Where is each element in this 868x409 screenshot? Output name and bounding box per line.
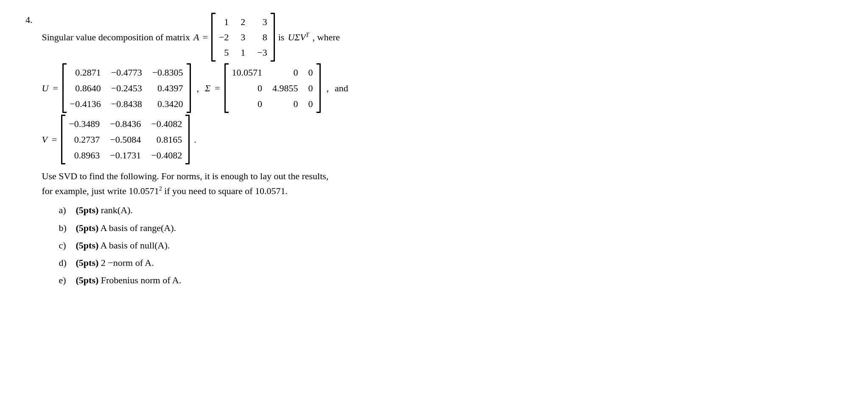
instructions-line2: for example, just write 10.0571 [42, 186, 159, 196]
matrix-cell: 0 [308, 96, 314, 111]
matrix-cell: −0.8305 [151, 65, 184, 80]
matrix-cell: −3 [256, 45, 268, 60]
V-label: V [42, 133, 48, 147]
matrix-cell: −0.4773 [110, 65, 143, 80]
sub-label-c: c) [59, 238, 76, 253]
equals-sign: = [202, 30, 207, 44]
matrix-cell: 5 [218, 45, 230, 60]
matrix-cell: 0.2871 [69, 65, 102, 80]
A-matrix: 1 2 3 −2 3 8 5 1 −3 [211, 13, 275, 62]
matrix-cell: 0.8165 [150, 132, 183, 147]
problem-number: 4. [25, 13, 33, 27]
and-text: and [335, 81, 348, 95]
matrix-cell: 8 [256, 30, 268, 45]
A-label: A [193, 30, 199, 44]
matrix-cell: 0.4397 [151, 81, 184, 96]
period: . [194, 133, 196, 147]
intro-text: Singular value decomposition of matrix [42, 30, 190, 44]
sub-item-d: d) (5pts) 2 −norm of A. [59, 255, 348, 270]
matrix-cell: 3 [256, 14, 268, 29]
matrix-cell: −0.4136 [69, 96, 102, 111]
comma-1: , [197, 81, 199, 95]
sub-item-b: b) (5pts) A basis of range(A). [59, 220, 348, 235]
instructions-sup: 2 [159, 186, 162, 192]
V-equals: = [52, 133, 57, 147]
U-equals: = [53, 81, 58, 95]
sub-text-e: (5pts) Frobenius norm of A. [76, 273, 182, 288]
matrix-cell: 0.3420 [151, 96, 184, 111]
where-text: , where [313, 30, 340, 44]
sub-text-a: (5pts) rank(A). [76, 203, 133, 217]
sub-items-list: a) (5pts) rank(A). b) (5pts) A basis of … [42, 203, 348, 290]
problem-header: 4. Singular value decomposition of matri… [25, 13, 832, 290]
matrix-cell: 0.8640 [69, 81, 102, 96]
matrix-cell: 0 [308, 81, 314, 96]
sub-label-b: b) [59, 220, 76, 235]
matrix-cell: 0.2737 [68, 132, 101, 147]
sub-item-e: e) (5pts) Frobenius norm of A. [59, 273, 348, 288]
sub-text-b: (5pts) A basis of range(A). [76, 220, 176, 235]
matrix-cell: 0 [272, 65, 299, 80]
matrix-cell: 0 [272, 96, 299, 111]
sub-label-a: a) [59, 203, 76, 217]
U-label: U [42, 81, 49, 95]
sub-label-e: e) [59, 273, 76, 288]
matrix-cell: 1 [218, 14, 230, 29]
sub-text-d: (5pts) 2 −norm of A. [76, 255, 154, 270]
sub-item-a: a) (5pts) rank(A). [59, 203, 348, 217]
matrix-cell: 2 [240, 14, 246, 29]
problem-container: 4. Singular value decomposition of matri… [25, 13, 832, 290]
sigma-equals: = [215, 81, 220, 95]
V-matrix: −0.3489 −0.8436 −0.4082 0.2737 −0.5084 0… [61, 115, 190, 164]
matrix-cell: −0.8436 [109, 116, 142, 131]
matrix-cell: −0.4082 [150, 116, 183, 131]
matrix-cell: 1 [240, 45, 246, 60]
matrix-cell: 3 [240, 30, 246, 45]
matrix-cell: −0.8438 [110, 96, 143, 111]
matrix-cell: −2 [218, 30, 230, 45]
matrix-cell: 0 [231, 96, 263, 111]
matrix-cell: 0 [231, 81, 263, 96]
sub-item-c: c) (5pts) A basis of null(A). [59, 238, 348, 253]
matrix-cell: 10.0571 [231, 65, 263, 80]
sub-label-d: d) [59, 255, 76, 270]
instructions-line3: if you need to square of 10.0571. [162, 186, 288, 196]
matrix-cell: −0.3489 [68, 116, 101, 131]
sub-text-c: (5pts) A basis of null(A). [76, 238, 170, 253]
comma-2: , [327, 81, 329, 95]
is-text: is [278, 30, 285, 44]
UEV-label: UΣVT [288, 30, 309, 44]
matrix-cell: −0.4082 [150, 148, 183, 163]
matrix-cell: −0.5084 [109, 132, 142, 147]
matrix-cell: −0.2453 [110, 81, 143, 96]
U-matrix: 0.2871 −0.4773 −0.8305 0.8640 −0.2453 0.… [62, 63, 191, 113]
instructions-line1: Use SVD to find the following. For norms… [42, 171, 329, 181]
sigma-label: Σ [205, 81, 210, 95]
matrix-cell: 0 [308, 65, 314, 80]
matrix-cell: −0.1731 [109, 148, 142, 163]
sigma-matrix: 10.0571 0 0 0 4.9855 0 0 0 0 [224, 63, 321, 113]
matrix-cell: 4.9855 [272, 81, 299, 96]
instructions: Use SVD to find the following. For norms… [42, 169, 348, 198]
matrix-cell: 0.8963 [68, 148, 101, 163]
